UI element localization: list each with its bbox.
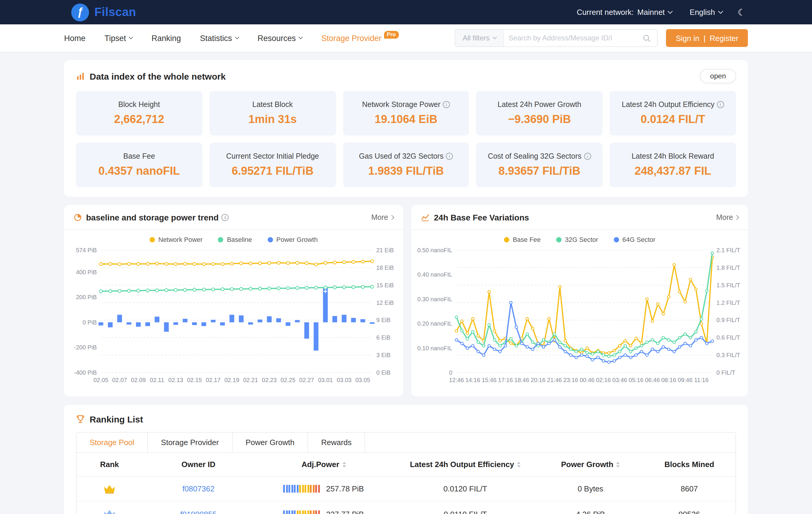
svg-text:400 PiB: 400 PiB bbox=[76, 269, 97, 275]
svg-text:03:46: 03:46 bbox=[612, 377, 627, 383]
svg-text:0.40 nanoFIL: 0.40 nanoFIL bbox=[417, 271, 452, 278]
legend-power-growth[interactable]: Power Growth bbox=[267, 236, 318, 243]
info-icon[interactable]: i bbox=[717, 101, 724, 108]
stat-value: −9.3690 PiB bbox=[508, 113, 571, 126]
network-select[interactable]: Mainnet bbox=[637, 8, 672, 17]
stat-label: Gas Used of 32G Sectors bbox=[359, 152, 444, 160]
column-header-rank: Rank bbox=[77, 460, 142, 469]
sort-icon[interactable] bbox=[616, 461, 620, 467]
nav-item-tipset[interactable]: Tipset bbox=[105, 33, 133, 43]
column-header-power-growth[interactable]: Power Growth bbox=[538, 460, 643, 469]
top-navbar: ƒ Filscan Current network: Mainnet Engli… bbox=[0, 0, 812, 24]
table-row[interactable]: f0807362 257.78 PiB 0.0120 FIL/T 0 Bytes… bbox=[77, 477, 735, 502]
nav-item-storage-provider[interactable]: Storage ProviderPro bbox=[321, 33, 399, 43]
chevron-down-icon bbox=[492, 35, 496, 39]
line-chart-icon bbox=[421, 213, 430, 222]
sort-icon[interactable] bbox=[517, 461, 521, 467]
owner-id-link[interactable]: f01900855 bbox=[180, 510, 216, 514]
stat-card-sector-initial-pledge: Current Sector Initial Pledgei 6.95271 F… bbox=[209, 143, 336, 187]
table-row[interactable]: f01900855 237.77 PiB 0.0110 FIL/T 4.26 P… bbox=[77, 502, 735, 514]
column-header-adj-power[interactable]: Adj.Power bbox=[254, 460, 393, 469]
dark-mode-toggle[interactable]: ☾ bbox=[737, 8, 746, 17]
stat-card-24h-power-growth: Latest 24h Power Growthi −9.3690 PiB bbox=[476, 91, 603, 135]
power-distribution-bars bbox=[284, 485, 321, 493]
chart-title: baseline and storage power trend bbox=[86, 212, 219, 222]
owner-id-link[interactable]: f0807362 bbox=[182, 484, 214, 493]
stat-value: 2,662,712 bbox=[114, 113, 164, 126]
svg-text:00:46: 00:46 bbox=[580, 377, 594, 383]
svg-text:12 EiB: 12 EiB bbox=[376, 299, 394, 306]
svg-text:0.9 FIL/T: 0.9 FIL/T bbox=[717, 317, 740, 323]
svg-text:02.25: 02.25 bbox=[281, 377, 295, 383]
baseline-power-trend-card: baseline and storage power trendi More N… bbox=[64, 205, 403, 396]
table-header-row: Rank Owner ID Adj.Power Latest 24h Outpu… bbox=[77, 453, 735, 477]
svg-text:0 EiB: 0 EiB bbox=[376, 369, 390, 376]
base-fee-variations-chart[interactable]: 2.1 FIL/T1.8 FIL/T1.5 FIL/T1.2 FIL/T0.9 … bbox=[417, 244, 742, 390]
svg-text:1.8 FIL/T: 1.8 FIL/T bbox=[717, 265, 740, 271]
tab-rewards[interactable]: Rewards bbox=[308, 433, 365, 452]
nav-item-home[interactable]: Home bbox=[64, 33, 85, 43]
more-link[interactable]: More bbox=[371, 213, 394, 221]
stat-grid: Block Heighti 2,662,712 Latest Blocki 1m… bbox=[76, 91, 736, 187]
tab-power-growth[interactable]: Power Growth bbox=[232, 433, 308, 452]
nav-item-ranking[interactable]: Ranking bbox=[152, 33, 181, 43]
sort-icon[interactable] bbox=[342, 461, 346, 467]
info-icon[interactable]: i bbox=[222, 214, 229, 221]
data-index-title: Data index of the whole network bbox=[90, 71, 226, 81]
stat-label: Latest 24h Block Reward bbox=[632, 152, 714, 160]
search-input[interactable] bbox=[504, 34, 637, 42]
svg-text:0: 0 bbox=[449, 369, 452, 376]
chart-title: 24h Base Fee Variations bbox=[434, 212, 529, 222]
legend-baseline[interactable]: Baseline bbox=[218, 236, 252, 243]
svg-text:200 PiB: 200 PiB bbox=[76, 294, 97, 300]
stat-label: Latest 24h Power Growth bbox=[498, 101, 581, 109]
legend-network-power[interactable]: Network Power bbox=[150, 236, 203, 243]
legend-32g-sector[interactable]: 32G Sector bbox=[556, 236, 598, 243]
svg-text:11:16: 11:16 bbox=[694, 377, 709, 383]
legend-64g-sector[interactable]: 64G Sector bbox=[613, 236, 655, 243]
register-label: Register bbox=[709, 33, 738, 43]
svg-text:02.27: 02.27 bbox=[299, 377, 314, 383]
brand-logo[interactable]: ƒ Filscan bbox=[71, 3, 136, 21]
search-button[interactable] bbox=[637, 33, 657, 43]
tab-storage-pool[interactable]: Storage Pool bbox=[77, 433, 148, 452]
stat-card-24h-output-efficiency: Latest 24h Output Efficiencyi 0.0124 FIL… bbox=[610, 91, 736, 135]
sign-in-label: Sign in bbox=[676, 33, 699, 43]
info-icon[interactable]: i bbox=[443, 101, 450, 108]
nav-item-statistics[interactable]: Statistics bbox=[200, 33, 239, 43]
ranking-list-card: Ranking List Storage Pool Storage Provid… bbox=[64, 405, 748, 514]
info-icon[interactable]: i bbox=[584, 153, 591, 160]
chevron-right-icon bbox=[734, 215, 739, 220]
svg-text:02.19: 02.19 bbox=[224, 377, 239, 383]
ranking-panel: Storage Pool Storage Provider Power Grow… bbox=[76, 432, 736, 514]
network-label: Current network: bbox=[577, 8, 634, 17]
legend-base-fee[interactable]: Base Fee bbox=[504, 236, 541, 243]
efficiency-value: 0.0120 FIL/T bbox=[393, 484, 538, 493]
nav-item-resources[interactable]: Resources bbox=[258, 33, 302, 43]
column-header-output-efficiency[interactable]: Latest 24h Output Efficiency bbox=[393, 460, 538, 469]
svg-text:02.09: 02.09 bbox=[131, 377, 146, 383]
legend-dot bbox=[218, 237, 224, 242]
main-content: Data index of the whole network open Blo… bbox=[64, 52, 748, 514]
ranking-list-title: Ranking List bbox=[90, 414, 143, 424]
stat-card-block-height: Block Heighti 2,662,712 bbox=[76, 91, 202, 135]
svg-text:0.50 nanoFIL: 0.50 nanoFIL bbox=[417, 247, 452, 253]
svg-text:09:46: 09:46 bbox=[677, 377, 692, 383]
info-icon[interactable]: i bbox=[446, 153, 453, 160]
svg-text:14:16: 14:16 bbox=[465, 377, 480, 383]
svg-text:02.05: 02.05 bbox=[93, 377, 108, 383]
gold-crown-icon bbox=[103, 484, 116, 493]
baseline-power-trend-chart[interactable]: 21 EiB18 EiB15 EiB12 EiB9 EiB6 EiB3 EiB0… bbox=[70, 244, 397, 390]
open-button[interactable]: open bbox=[700, 69, 736, 83]
tab-storage-provider[interactable]: Storage Provider bbox=[148, 433, 232, 452]
stat-value: 248,437.87 FIL bbox=[635, 165, 711, 178]
more-link[interactable]: More bbox=[716, 213, 738, 221]
svg-text:02.23: 02.23 bbox=[262, 377, 277, 383]
language-select[interactable]: English bbox=[690, 8, 722, 17]
stat-value: 1.9839 FIL/TiB bbox=[368, 165, 444, 178]
stat-card-24h-block-reward: Latest 24h Block Rewardi 248,437.87 FIL bbox=[610, 143, 736, 187]
svg-text:0.30 nanoFIL: 0.30 nanoFIL bbox=[417, 296, 452, 302]
sign-in-register-button[interactable]: Sign in | Register bbox=[666, 29, 748, 47]
search-filter-select[interactable]: All filters bbox=[456, 30, 504, 46]
svg-text:03.03: 03.03 bbox=[337, 377, 351, 383]
